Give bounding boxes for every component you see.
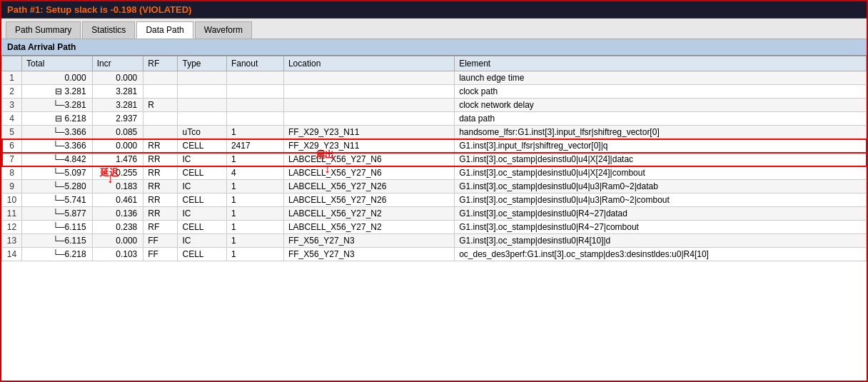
cell-type: IC (178, 234, 226, 248)
cell-total: └─5.097 (22, 166, 93, 180)
cell-type: CELL (178, 139, 226, 153)
cell-location: FF_X56_Y27_N3 (283, 234, 454, 248)
cell-rf: RR (143, 166, 178, 180)
cell-element: clock path (455, 85, 867, 99)
cell-location: FF_X29_Y23_N11 (283, 126, 454, 139)
cell-rf: RR (143, 193, 178, 207)
cell-total: 0.000 (22, 71, 93, 85)
cell-location: LABCELL_X56_Y27_N26 (283, 180, 454, 193)
table-row: 11└─5.8770.136RRIC1LABCELL_X56_Y27_N2G1.… (2, 207, 867, 221)
cell-row-num: 6 (2, 139, 22, 153)
cell-incr: 1.476 (92, 153, 143, 166)
cell-location: LABCELL_X56_Y27_N2 (283, 207, 454, 221)
table-row: 3└─3.2813.281Rclock network delay (2, 99, 867, 112)
cell-total: └─4.842 (22, 153, 93, 166)
cell-type (178, 85, 226, 99)
cell-type (178, 99, 226, 112)
cell-rf: RF (143, 221, 178, 234)
cell-element: G1.inst[3].oc_stamp|desinstlu0|R4~27|com… (455, 221, 867, 234)
cell-rf: RR (143, 153, 178, 166)
cell-fanout: 1 (226, 126, 283, 139)
cell-incr: 0.000 (92, 71, 143, 85)
cell-total: └─6.115 (22, 221, 93, 234)
cell-location: LABCELL_X56_Y27_N6 (283, 166, 454, 180)
section-header: Data Arrival Path (1, 39, 867, 56)
col-header-total: Total (22, 56, 93, 71)
cell-row-num: 14 (2, 248, 22, 261)
cell-rf: RR (143, 207, 178, 221)
cell-location: LABCELL_X56_Y27_N26 (283, 193, 454, 207)
table-row: 7└─4.8421.476RRIC1LABCELL_X56_Y27_N6G1.i… (2, 153, 867, 166)
cell-incr: 0.000 (92, 234, 143, 248)
col-header-rf: RF (143, 56, 178, 71)
cell-total: ⊟ 6.218 (22, 112, 93, 126)
tab-waveform[interactable]: Waveform (195, 21, 252, 39)
cell-row-num: 4 (2, 112, 22, 126)
cell-type (178, 112, 226, 126)
cell-element: G1.inst[3].oc_stamp|desinstlu0|R4[10]|d (455, 234, 867, 248)
cell-element: launch edge time (455, 71, 867, 85)
cell-rf: RR (143, 139, 178, 153)
cell-fanout: 1 (226, 221, 283, 234)
cell-rf: FF (143, 248, 178, 261)
cell-total: └─5.877 (22, 207, 93, 221)
cell-row-num: 2 (2, 85, 22, 99)
col-header-type: Type (178, 56, 226, 71)
cell-row-num: 5 (2, 126, 22, 139)
cell-row-num: 10 (2, 193, 22, 207)
cell-fanout: 1 (226, 207, 283, 221)
cell-fanout (226, 85, 283, 99)
cell-type: CELL (178, 221, 226, 234)
cell-incr: 0.000 (92, 139, 143, 153)
cell-total: └─6.218 (22, 248, 93, 261)
cell-type: IC (178, 207, 226, 221)
table-row: 8└─5.0970.255RRCELL4LABCELL_X56_Y27_N6G1… (2, 166, 867, 180)
cell-rf (143, 71, 178, 85)
cell-fanout (226, 112, 283, 126)
col-header-element: Element (455, 56, 867, 71)
cell-total: └─6.115 (22, 234, 93, 248)
tab-path-summary[interactable]: Path Summary (6, 21, 81, 39)
cell-rf: RR (143, 180, 178, 193)
cell-fanout (226, 99, 283, 112)
cell-element: G1.inst[3].input_lfsr|shiftreg_vector[0]… (455, 139, 867, 153)
cell-row-num: 13 (2, 234, 22, 248)
cell-element: clock network delay (455, 99, 867, 112)
cell-location: FF_X56_Y27_N3 (283, 248, 454, 261)
table-row: 10.0000.000launch edge time (2, 71, 867, 85)
cell-total: └─3.366 (22, 126, 93, 139)
tab-statistics[interactable]: Statistics (82, 21, 135, 39)
cell-location (283, 85, 454, 99)
cell-row-num: 9 (2, 180, 22, 193)
table-row: 13└─6.1150.000FFIC1FF_X56_Y27_N3G1.inst[… (2, 234, 867, 248)
cell-total: └─3.366 (22, 139, 93, 153)
tab-data-path[interactable]: Data Path (136, 21, 193, 39)
cell-row-num: 7 (2, 153, 22, 166)
cell-location (283, 71, 454, 85)
table-row: 5└─3.3660.085uTco1FF_X29_Y23_N11handsome… (2, 126, 867, 139)
table-row: 4⊟ 6.2182.937data path (2, 112, 867, 126)
title-bar: Path #1: Setup slack is -0.198 (VIOLATED… (1, 1, 867, 19)
cell-incr: 2.937 (92, 112, 143, 126)
table-row: 10└─5.7410.461RRCELL1LABCELL_X56_Y27_N26… (2, 193, 867, 207)
cell-rf (143, 112, 178, 126)
cell-incr: 0.183 (92, 180, 143, 193)
table-row: 14└─6.2180.103FFCELL1FF_X56_Y27_N3oc_des… (2, 248, 867, 261)
cell-type: CELL (178, 166, 226, 180)
table-row: 12└─6.1150.238RFCELL1LABCELL_X56_Y27_N2G… (2, 221, 867, 234)
cell-location (283, 99, 454, 112)
cell-incr: 0.136 (92, 207, 143, 221)
cell-type: uTco (178, 126, 226, 139)
table-row: 2⊟ 3.2813.281clock path (2, 85, 867, 99)
cell-incr: 3.281 (92, 99, 143, 112)
cell-element: G1.inst[3].oc_stamp|desinstlu0|u4|u3|Ram… (455, 193, 867, 207)
cell-row-num: 8 (2, 166, 22, 180)
cell-row-num: 1 (2, 71, 22, 85)
col-header-fanout: Fanout (226, 56, 283, 71)
cell-total: └─3.281 (22, 99, 93, 112)
cell-type: CELL (178, 193, 226, 207)
cell-fanout: 4 (226, 166, 283, 180)
window-title: Path #1: Setup slack is -0.198 (VIOLATED… (7, 4, 191, 15)
cell-type: IC (178, 153, 226, 166)
table-row: 9└─5.2800.183RRIC1LABCELL_X56_Y27_N26G1.… (2, 180, 867, 193)
